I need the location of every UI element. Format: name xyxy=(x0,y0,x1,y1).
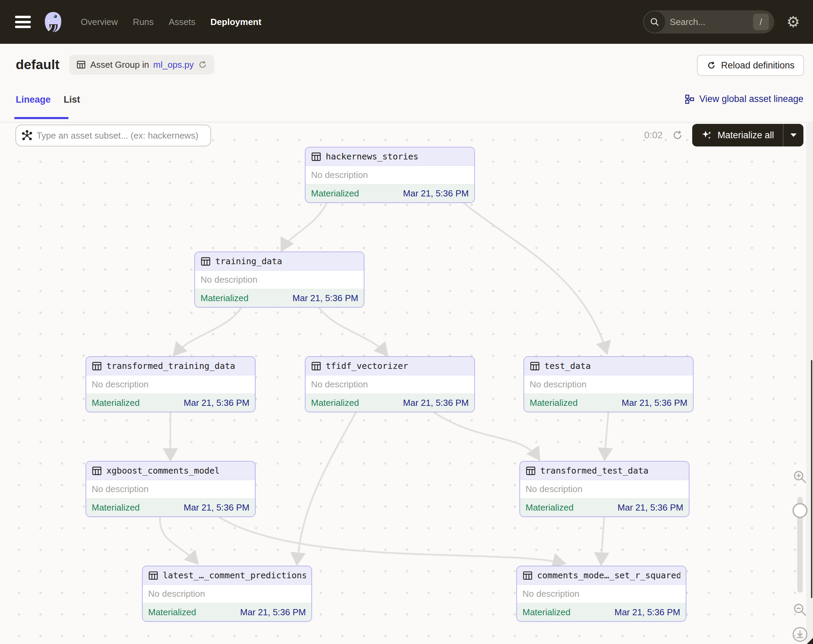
asset-name: latest_…_comment_predictions xyxy=(163,570,306,580)
zoom-slider-handle[interactable] xyxy=(793,503,807,518)
asset-timestamp[interactable]: Mar 21, 5:36 PM xyxy=(403,188,469,199)
table-icon xyxy=(311,152,321,162)
asset-description: No description xyxy=(523,589,579,599)
asset-name: test_data xyxy=(545,361,591,371)
nav-item-assets[interactable]: Assets xyxy=(169,17,195,28)
asset-timestamp[interactable]: Mar 21, 5:36 PM xyxy=(622,398,687,408)
top-navbar: Overview Runs Assets Deployment / ⚙︎ xyxy=(0,0,813,44)
sparkle-icon xyxy=(701,129,713,141)
gear-icon[interactable]: ⚙︎ xyxy=(787,14,800,29)
chevron-down-icon xyxy=(790,133,797,138)
table-icon xyxy=(148,570,158,581)
nav-item-deployment[interactable]: Deployment xyxy=(210,17,261,28)
asset-timestamp[interactable]: Mar 21, 5:36 PM xyxy=(403,398,469,408)
asset-status: Materialized xyxy=(526,502,574,513)
table-icon xyxy=(526,466,536,476)
asset-status: Materialized xyxy=(92,502,140,513)
materialize-all-button[interactable]: Materialize all xyxy=(692,124,804,146)
table-icon xyxy=(92,361,102,371)
table-icon xyxy=(76,60,86,70)
table-icon xyxy=(523,570,533,581)
asset-group-label: Asset Group in xyxy=(91,60,149,70)
asset-name: training_data xyxy=(215,256,282,266)
asset-node-transformed-test-data[interactable]: transformed_test_data No description Mat… xyxy=(519,461,689,517)
asset-name: tfidf_vectorizer xyxy=(326,361,408,371)
asset-timestamp[interactable]: Mar 21, 5:36 PM xyxy=(184,398,250,408)
global-search[interactable]: / xyxy=(643,10,774,34)
asset-node-hackernews-stories[interactable]: hackernews_stories No description Materi… xyxy=(305,147,475,203)
primary-nav: Overview Runs Assets Deployment xyxy=(81,17,261,28)
asset-description: No description xyxy=(92,379,149,390)
asset-status: Materialized xyxy=(148,607,196,618)
asset-subset-filter[interactable] xyxy=(15,124,211,146)
asset-description: No description xyxy=(311,379,368,390)
asset-graph-icon xyxy=(21,130,32,141)
asset-status: Materialized xyxy=(201,293,249,304)
reload-definitions-button[interactable]: Reload definitions xyxy=(697,55,804,76)
tab-bar: Lineage List View global asset lineage xyxy=(0,86,813,123)
refresh-icon xyxy=(707,61,716,70)
view-global-asset-lineage-link[interactable]: View global asset lineage xyxy=(684,94,804,104)
asset-lineage-graph[interactable]: hackernews_stories No description Materi… xyxy=(0,123,813,644)
materialize-all-label: Materialize all xyxy=(718,130,774,141)
reload-definitions-label: Reload definitions xyxy=(721,60,795,71)
asset-description: No description xyxy=(148,589,205,599)
asset-description: No description xyxy=(92,484,149,494)
asset-node-test-data[interactable]: test_data No description Materialized Ma… xyxy=(523,356,693,412)
refresh-icon[interactable] xyxy=(672,129,683,141)
asset-node-tfidf-vectorizer[interactable]: tfidf_vectorizer No description Material… xyxy=(305,356,475,412)
graph-scrollbar-track[interactable] xyxy=(806,123,813,644)
zoom-out-button[interactable] xyxy=(792,601,808,618)
asset-node-transformed-training-data[interactable]: transformed_training_data No description… xyxy=(86,356,256,412)
page-title: default xyxy=(16,57,60,72)
zoom-in-button[interactable] xyxy=(792,469,808,485)
asset-node-xgboost-comments-model[interactable]: xgboost_comments_model No description Ma… xyxy=(86,461,256,517)
asset-description: No description xyxy=(201,274,257,285)
asset-timestamp[interactable]: Mar 21, 5:36 PM xyxy=(615,607,680,618)
tab-lineage[interactable]: Lineage xyxy=(16,94,51,105)
search-input[interactable] xyxy=(670,17,745,28)
asset-description: No description xyxy=(526,484,582,494)
asset-timestamp[interactable]: Mar 21, 5:36 PM xyxy=(293,293,358,304)
asset-status: Materialized xyxy=(523,607,571,618)
asset-node-training-data[interactable]: training_data No description Materialize… xyxy=(194,251,364,308)
asset-status: Materialized xyxy=(92,398,140,408)
materialize-dropdown-caret[interactable] xyxy=(784,133,804,138)
dagster-octopus-logo[interactable] xyxy=(40,9,66,35)
table-icon xyxy=(92,466,102,476)
asset-status: Materialized xyxy=(530,398,578,408)
asset-name: comments_mode…_set_r_squared xyxy=(537,570,680,580)
view-global-label: View global asset lineage xyxy=(699,94,804,104)
nav-item-overview[interactable]: Overview xyxy=(81,17,118,28)
nav-item-runs[interactable]: Runs xyxy=(133,17,153,28)
asset-group-badge: Asset Group in ml_ops.py xyxy=(69,55,214,75)
hamburger-menu-icon[interactable] xyxy=(15,16,31,28)
asset-group-file-link[interactable]: ml_ops.py xyxy=(153,60,194,70)
graph-scrollbar-thumb[interactable] xyxy=(811,360,812,598)
download-image-button[interactable] xyxy=(792,626,808,642)
asset-name: xgboost_comments_model xyxy=(106,466,220,475)
asset-subset-input[interactable] xyxy=(37,130,204,141)
asset-status: Materialized xyxy=(311,188,359,199)
table-icon xyxy=(311,361,321,371)
zoom-out-icon xyxy=(792,602,808,618)
asset-timestamp[interactable]: Mar 21, 5:36 PM xyxy=(184,502,250,513)
asset-timestamp[interactable]: Mar 21, 5:36 PM xyxy=(240,607,306,618)
page-header: default Asset Group in ml_ops.py Reload … xyxy=(0,44,813,86)
refresh-icon[interactable] xyxy=(198,60,207,69)
tab-list[interactable]: List xyxy=(64,94,80,105)
asset-name: hackernews_stories xyxy=(326,152,419,161)
asset-status: Materialized xyxy=(311,398,359,408)
asset-name: transformed_test_data xyxy=(540,466,649,475)
asset-timestamp[interactable]: Mar 21, 5:36 PM xyxy=(618,502,683,513)
search-icon xyxy=(644,11,665,32)
search-shortcut-badge: / xyxy=(753,14,769,30)
resize-handle[interactable] xyxy=(807,638,813,644)
asset-node-comments-model-r-squared[interactable]: comments_mode…_set_r_squared No descript… xyxy=(516,566,686,622)
table-icon xyxy=(201,256,211,267)
lineage-graph-icon xyxy=(684,94,695,104)
asset-description: No description xyxy=(530,379,586,390)
asset-node-latest-comment-predictions[interactable]: latest_…_comment_predictions No descript… xyxy=(142,566,312,622)
table-icon xyxy=(530,361,540,371)
download-icon xyxy=(792,626,808,642)
